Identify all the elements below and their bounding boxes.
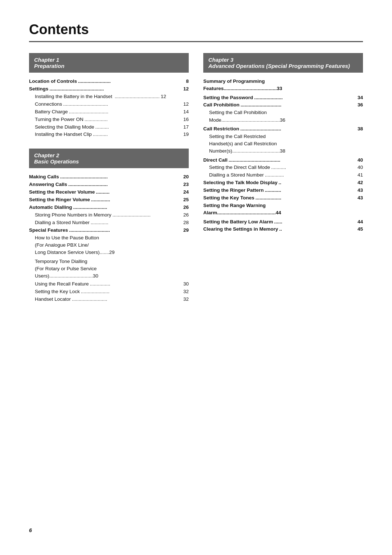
list-item: Making Calls............................…: [29, 173, 189, 181]
chapter2-name: Basic Operations: [34, 158, 184, 165]
page-number: 6: [29, 527, 32, 533]
list-item: Clearing the Settings in Memory..45: [203, 226, 363, 233]
list-item: Temporary Tone Dialling (For Rotary or P…: [29, 258, 189, 280]
list-item: Storing Phone Numbers in Memory.........…: [29, 211, 189, 219]
chapter1-header: Chapter 1 Preparation: [29, 53, 189, 73]
chapter1-items: Location of Controls....................…: [29, 78, 189, 138]
list-item: Setting the Range Warning Alarm.........…: [203, 202, 363, 217]
list-item: Turning the Power ON.................16: [29, 116, 189, 123]
list-item: Call Prohibition........................…: [203, 101, 363, 109]
list-item: Installing the Handset Clip...........19: [29, 131, 189, 138]
chapter3-header: Chapter 3 Advanced Operations (Special P…: [203, 53, 363, 73]
list-item: Setting the Ringer Volume..............2…: [29, 196, 189, 204]
list-item: Setting the Direct Call Mode...........4…: [203, 164, 363, 171]
chapter2-items: Making Calls............................…: [29, 173, 189, 303]
list-item: Setting the Battery Low Alarm......44: [203, 218, 363, 226]
list-item: Setting the Call Prohibition Mode.......…: [203, 109, 363, 124]
list-item: Setting the Password....................…: [203, 94, 363, 102]
list-item: How to Use the Pause Button (For Analogu…: [29, 234, 189, 256]
list-item: Setting the Receiver Volume..........24: [29, 189, 189, 196]
list-item: Battery Charge..........................…: [29, 108, 189, 116]
list-item: Setting the Key Tones...................…: [203, 194, 363, 202]
list-item: Selecting the Talk Mode Display..42: [203, 179, 363, 187]
list-item: Using the Recall Feature...............3…: [29, 280, 189, 288]
list-item: Special Features........................…: [29, 227, 189, 234]
list-item: Handset Locator.........................…: [29, 296, 189, 303]
list-item: Call Restriction........................…: [203, 125, 363, 133]
chapter3-name: Advanced Operations (Special Programming…: [208, 63, 358, 69]
left-column: Chapter 1 Preparation Location of Contro…: [29, 53, 189, 313]
chapter2-header: Chapter 2 Basic Operations: [29, 149, 189, 168]
chapter3-items: Summary of Programming Features.........…: [203, 78, 363, 233]
list-item: Automatic Dialling......................…: [29, 204, 189, 211]
toc-columns: Chapter 1 Preparation Location of Contro…: [29, 53, 363, 313]
list-item: Setting the Key Lock....................…: [29, 288, 189, 296]
chapter3-label: Chapter 3: [208, 57, 358, 63]
list-item: Direct Call.............................…: [203, 157, 363, 164]
right-column: Chapter 3 Advanced Operations (Special P…: [203, 53, 363, 243]
list-item: Location of Controls....................…: [29, 78, 189, 85]
list-item: Summary of Programming Features.........…: [203, 78, 363, 93]
list-item: Dialling a Stored Number..............41: [203, 171, 363, 179]
chapter2-label: Chapter 2: [34, 152, 184, 158]
list-item: Dialling a Stored Number.............28: [29, 219, 189, 227]
page-title: Contents: [29, 22, 363, 42]
list-item: Selecting the Dialling Mode..........17: [29, 123, 189, 131]
chapter1-label: Chapter 1: [34, 57, 184, 63]
chapter1-name: Preparation: [34, 63, 184, 69]
list-item: Setting the Ringer Pattern............43: [203, 187, 363, 194]
list-item: Setting the Call Restricted Handset(s) a…: [203, 133, 363, 155]
list-item: Installing the Battery in the Handset ..…: [29, 93, 189, 101]
list-item: Connections.............................…: [29, 101, 189, 108]
list-item: Answering Calls.........................…: [29, 181, 189, 189]
list-item: Settings................................…: [29, 85, 189, 93]
